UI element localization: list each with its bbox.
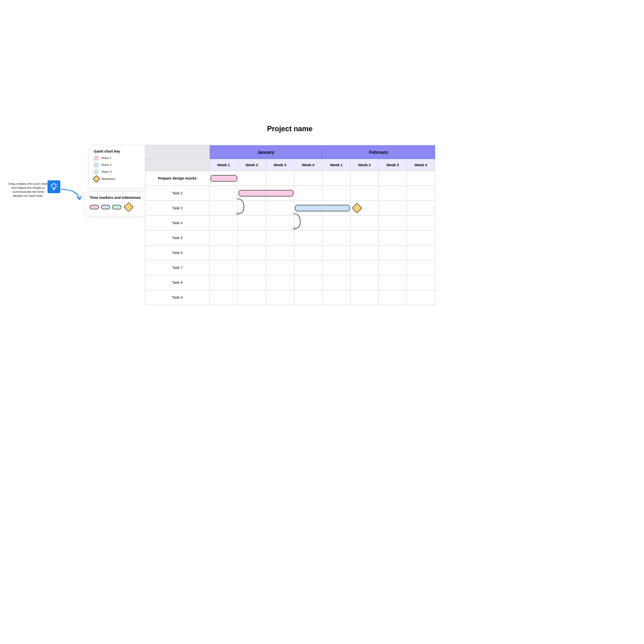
gantt-cell[interactable] — [266, 231, 294, 246]
gantt-cell[interactable] — [351, 186, 379, 201]
gantt-cell[interactable] — [322, 290, 351, 305]
gantt-cell[interactable] — [210, 275, 238, 290]
gantt-cell[interactable] — [379, 171, 407, 186]
gantt-cell[interactable] — [238, 290, 266, 305]
gantt-cell[interactable] — [407, 260, 435, 275]
gantt-cell[interactable] — [210, 186, 238, 201]
gantt-cell[interactable] — [238, 216, 266, 231]
gantt-cell[interactable] — [322, 260, 351, 275]
task-row[interactable]: Task 4 — [145, 216, 435, 231]
gantt-cell[interactable] — [351, 275, 379, 290]
gantt-cell[interactable] — [238, 171, 266, 186]
gantt-cell[interactable] — [407, 246, 435, 260]
gantt-cell[interactable] — [210, 171, 238, 186]
gantt-cell[interactable] — [351, 290, 379, 305]
gantt-cell[interactable] — [407, 201, 435, 216]
gantt-cell[interactable] — [322, 171, 351, 186]
gantt-cell[interactable] — [379, 201, 407, 216]
gantt-cell[interactable] — [379, 290, 407, 305]
gantt-chart[interactable]: January February Week 1 Week 2 Week 3 We… — [145, 145, 435, 305]
gantt-cell[interactable] — [294, 186, 322, 201]
marker-pill-team3[interactable] — [112, 205, 121, 209]
milestone-marker[interactable] — [352, 203, 362, 213]
gantt-cell[interactable] — [379, 231, 407, 246]
gantt-cell[interactable] — [322, 275, 351, 290]
marker-pill-team1[interactable] — [90, 205, 99, 209]
gantt-cell[interactable] — [351, 246, 379, 260]
swatch-icon — [94, 169, 99, 174]
task-row[interactable]: Task 2 — [145, 186, 435, 201]
gantt-cell[interactable] — [210, 290, 238, 305]
gantt-cell[interactable] — [294, 216, 322, 231]
task-row[interactable]: Task 3 — [145, 201, 435, 216]
gantt-cell[interactable] — [294, 275, 322, 290]
gantt-cell[interactable] — [322, 231, 351, 246]
gantt-cell[interactable] — [238, 275, 266, 290]
gantt-cell[interactable] — [407, 216, 435, 231]
marker-pill-team2[interactable] — [101, 205, 110, 209]
task-label: Task 7 — [145, 260, 210, 275]
gantt-cell[interactable] — [322, 186, 351, 201]
marker-milestone[interactable] — [124, 202, 133, 212]
gantt-cell[interactable] — [266, 216, 294, 231]
legend-item-label: Team 3 — [101, 170, 111, 173]
gantt-cell[interactable] — [351, 260, 379, 275]
gantt-cell[interactable] — [322, 216, 351, 231]
gantt-cell[interactable] — [322, 201, 351, 216]
gantt-cell[interactable] — [407, 186, 435, 201]
gantt-cell[interactable] — [294, 171, 322, 186]
gantt-cell[interactable] — [379, 260, 407, 275]
gantt-cell[interactable] — [379, 246, 407, 260]
gantt-cell[interactable] — [238, 246, 266, 260]
gantt-cell[interactable] — [266, 186, 294, 201]
gantt-cell[interactable] — [238, 231, 266, 246]
task-row[interactable]: Task 8 — [145, 275, 435, 290]
gantt-cell[interactable] — [266, 201, 294, 216]
gantt-cell[interactable] — [238, 260, 266, 275]
gantt-cell[interactable] — [294, 290, 322, 305]
gantt-bar[interactable] — [211, 175, 237, 182]
tip-lightbulb-box[interactable] — [47, 180, 60, 193]
legend-title: Gantt chart key — [94, 149, 142, 153]
task-row[interactable]: Task 9 — [145, 290, 435, 305]
gantt-cell[interactable] — [210, 216, 238, 231]
gantt-cell[interactable] — [266, 171, 294, 186]
markers-panel[interactable]: Time markers and milestones — [85, 191, 147, 217]
gantt-cell[interactable] — [407, 171, 435, 186]
task-label: Task 8 — [145, 275, 210, 290]
task-row[interactable]: Task 5 — [145, 231, 435, 246]
gantt-cell[interactable] — [266, 260, 294, 275]
chart-title[interactable]: Project name — [145, 125, 435, 133]
gantt-cell[interactable] — [294, 246, 322, 260]
task-label: Task 9 — [145, 290, 210, 305]
gantt-cell[interactable] — [407, 275, 435, 290]
gantt-cell[interactable] — [266, 290, 294, 305]
task-row[interactable]: Prepare design mocks — [145, 171, 435, 186]
gantt-cell[interactable] — [351, 171, 379, 186]
gantt-cell[interactable] — [379, 186, 407, 201]
gantt-cell[interactable] — [351, 201, 379, 216]
gantt-cell[interactable] — [210, 231, 238, 246]
gantt-cell[interactable] — [210, 260, 238, 275]
gantt-cell[interactable] — [351, 216, 379, 231]
gantt-cell[interactable] — [238, 186, 266, 201]
gantt-cell[interactable] — [407, 290, 435, 305]
month-header: February — [322, 145, 435, 159]
gantt-cell[interactable] — [210, 201, 238, 216]
task-row[interactable]: Task 6 — [145, 246, 435, 260]
gantt-cell[interactable] — [266, 275, 294, 290]
gantt-cell[interactable] — [351, 231, 379, 246]
gantt-cell[interactable] — [294, 231, 322, 246]
gantt-cell[interactable] — [379, 275, 407, 290]
gantt-cell[interactable] — [407, 231, 435, 246]
task-row[interactable]: Task 7 — [145, 260, 435, 275]
gantt-cell[interactable] — [294, 201, 322, 216]
gantt-cell[interactable] — [379, 216, 407, 231]
gantt-cell[interactable] — [294, 260, 322, 275]
gantt-cell[interactable] — [266, 246, 294, 260]
gantt-cell[interactable] — [210, 246, 238, 260]
task-label: Task 6 — [145, 246, 210, 260]
gantt-cell[interactable] — [322, 246, 351, 260]
legend-panel[interactable]: Gantt chart key Team 1 Team 2 Team 3 Mil… — [89, 145, 147, 189]
gantt-cell[interactable] — [238, 201, 266, 216]
